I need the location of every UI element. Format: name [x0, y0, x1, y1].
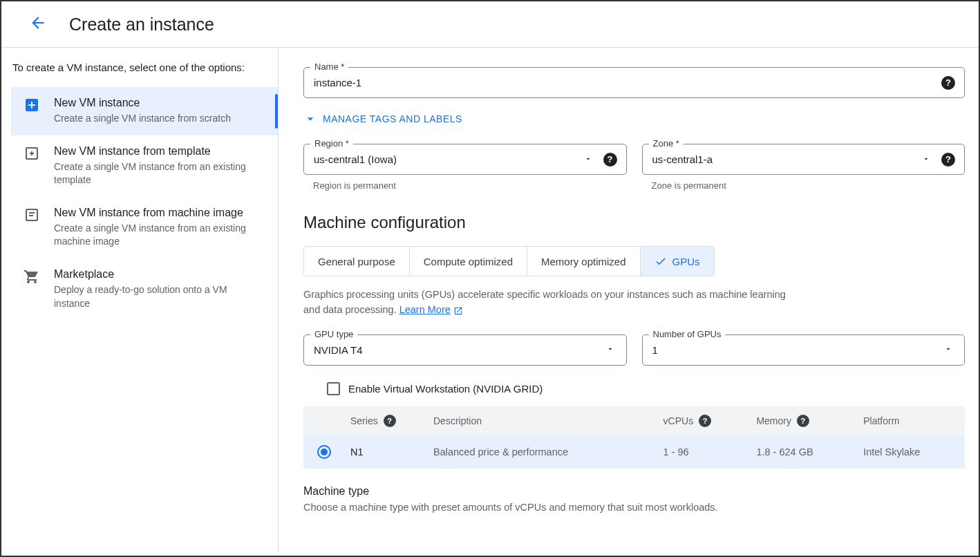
series-table: Series? Description vCPUs? Memory? Platf…	[303, 406, 965, 469]
gpu-description: Graphics processing units (GPUs) acceler…	[303, 287, 787, 318]
gpu-type-field: GPU type NVIDIA T4	[303, 334, 627, 366]
sidebar-item-label: New VM instance from machine image	[54, 207, 265, 219]
machine-config-title: Machine configuration	[303, 213, 965, 232]
name-input[interactable]	[303, 67, 965, 98]
sidebar-item-label: New VM instance from template	[54, 145, 265, 158]
help-icon[interactable]: ?	[603, 153, 617, 167]
machine-type-desc: Choose a machine type with preset amount…	[303, 502, 965, 513]
external-link-icon	[453, 305, 463, 315]
name-field: Name * ?	[303, 67, 965, 98]
main-content: Name * ? MANAGE TAGS AND LABELS Region *…	[279, 48, 979, 552]
template-icon	[23, 145, 40, 162]
help-icon[interactable]: ?	[699, 415, 711, 427]
tab-gpus[interactable]: GPUs	[641, 247, 714, 276]
zone-select[interactable]: us-central1-a	[642, 144, 965, 175]
vws-checkbox[interactable]	[327, 382, 340, 395]
sidebar: To create a VM instance, select one of t…	[1, 48, 279, 552]
zone-label: Zone *	[649, 138, 684, 149]
name-label: Name *	[310, 62, 348, 72]
sidebar-item-marketplace[interactable]: Marketplace Deploy a ready-to-go solutio…	[11, 258, 278, 320]
region-label: Region *	[310, 138, 353, 149]
zone-field: Zone * us-central1-a ?	[642, 144, 965, 175]
help-icon[interactable]: ?	[941, 153, 955, 167]
sidebar-item-desc: Create a single VM instance from an exis…	[54, 160, 265, 187]
learn-more-link[interactable]: Learn More	[399, 304, 451, 315]
sidebar-item-desc: Create a single VM instance from scratch	[54, 112, 265, 126]
zone-helper: Zone is permanent	[652, 180, 965, 191]
add-box-icon	[23, 97, 40, 113]
series-radio[interactable]	[317, 445, 331, 459]
back-arrow-icon[interactable]	[29, 14, 47, 35]
tab-general-purpose[interactable]: General purpose	[304, 247, 410, 276]
manage-tags-toggle[interactable]: MANAGE TAGS AND LABELS	[303, 112, 965, 126]
vws-checkbox-row: Enable Virtual Workstation (NVIDIA GRID)	[327, 382, 965, 395]
gpu-count-label: Number of GPUs	[649, 329, 726, 339]
region-field: Region * us-central1 (Iowa) ?	[303, 144, 627, 175]
machine-image-icon	[23, 207, 40, 223]
cart-icon	[23, 268, 40, 285]
series-row[interactable]: N1 Balanced price & performance 1 - 96 1…	[303, 435, 965, 469]
sidebar-intro: To create a VM instance, select one of t…	[11, 62, 278, 73]
region-helper: Region is permanent	[313, 180, 627, 191]
sidebar-item-desc: Create a single VM instance from an exis…	[54, 222, 265, 249]
page-title: Create an instance	[69, 15, 214, 35]
page-header: Create an instance	[1, 1, 979, 48]
tab-compute-optimized[interactable]: Compute optimized	[410, 247, 527, 276]
tab-gpus-label: GPUs	[672, 256, 700, 267]
machine-type-title: Machine type	[303, 485, 965, 498]
vws-label: Enable Virtual Workstation (NVIDIA GRID)	[348, 383, 543, 395]
sidebar-item-label: Marketplace	[54, 268, 265, 281]
sidebar-item-template[interactable]: New VM instance from template Create a s…	[11, 135, 278, 197]
sidebar-item-machine-image[interactable]: New VM instance from machine image Creat…	[11, 197, 278, 258]
gpu-count-field: Number of GPUs 1	[642, 334, 965, 366]
gpu-type-label: GPU type	[310, 329, 357, 339]
manage-tags-label: MANAGE TAGS AND LABELS	[323, 113, 462, 124]
machine-family-tabs: General purpose Compute optimized Memory…	[303, 246, 715, 276]
check-icon	[654, 255, 667, 267]
help-icon[interactable]: ?	[384, 415, 396, 427]
tab-memory-optimized[interactable]: Memory optimized	[527, 247, 641, 276]
help-icon[interactable]: ?	[797, 415, 809, 427]
sidebar-item-label: New VM instance	[54, 97, 265, 109]
sidebar-item-new-vm[interactable]: New VM instance Create a single VM insta…	[11, 87, 278, 135]
help-icon[interactable]: ?	[941, 76, 955, 90]
sidebar-item-desc: Deploy a ready-to-go solution onto a VM …	[54, 283, 265, 310]
